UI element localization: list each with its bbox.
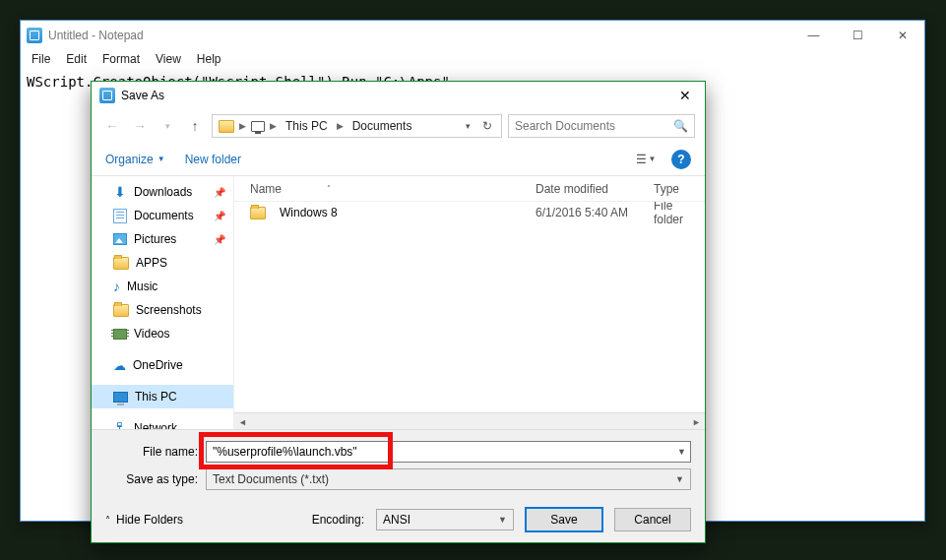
saveas-titlebar[interactable]: Save As ✕ bbox=[92, 82, 705, 109]
new-folder-button[interactable]: New folder bbox=[185, 153, 241, 166]
address-bar[interactable]: ▶ ▶ This PC ▶ Documents ▾ ↻ bbox=[212, 114, 502, 138]
scroll-left-icon[interactable]: ◄ bbox=[234, 413, 251, 430]
breadcrumb-documents[interactable]: Documents bbox=[348, 119, 416, 133]
encoding-label: Encoding: bbox=[312, 513, 364, 527]
search-icon[interactable]: 🔍 bbox=[673, 119, 688, 133]
pin-icon: 📌 bbox=[214, 187, 225, 198]
file-rows[interactable]: Windows 86/1/2016 5:40 AMFile folder bbox=[234, 202, 705, 412]
chevron-right-icon[interactable]: ▶ bbox=[239, 121, 246, 131]
menu-view[interactable]: View bbox=[149, 50, 188, 70]
nav-forward-icon[interactable]: → bbox=[129, 115, 151, 137]
nav-back-icon[interactable]: ← bbox=[101, 115, 123, 137]
saveas-footer: ˄ Hide Folders Encoding: ANSI ▼ Save Can… bbox=[92, 497, 705, 542]
folder-icon bbox=[250, 207, 266, 219]
scroll-track[interactable] bbox=[251, 413, 688, 429]
filetype-combo[interactable]: Text Documents (*.txt) ▼ bbox=[206, 468, 691, 490]
pc-icon bbox=[251, 121, 265, 132]
scroll-right-icon[interactable]: ► bbox=[688, 413, 705, 430]
tree-item-videos[interactable]: Videos bbox=[92, 322, 233, 345]
chevron-right-icon[interactable]: ▶ bbox=[270, 121, 277, 131]
nav-up-icon[interactable]: ↑ bbox=[184, 115, 206, 137]
folder-icon bbox=[113, 257, 129, 270]
view-options-button[interactable]: ☰ ▼ bbox=[628, 149, 663, 170]
pc-icon bbox=[113, 392, 128, 403]
tree-item-onedrive[interactable]: ☁OneDrive bbox=[92, 353, 233, 377]
filename-field[interactable]: ▼ bbox=[206, 441, 691, 463]
encoding-combo[interactable]: ANSI ▼ bbox=[376, 509, 514, 530]
video-icon bbox=[113, 329, 127, 340]
chevron-down-icon: ▼ bbox=[649, 155, 657, 163]
notepad-icon bbox=[27, 28, 42, 43]
folder-tree[interactable]: ⬇Downloads📌Documents📌Pictures📌APPS♪Music… bbox=[92, 176, 233, 429]
pin-icon: 📌 bbox=[214, 211, 225, 221]
save-as-dialog: Save As ✕ ← → ▾ ↑ ▶ ▶ This PC ▶ Document… bbox=[91, 81, 706, 543]
menu-help[interactable]: Help bbox=[190, 50, 228, 70]
encoding-value: ANSI bbox=[383, 513, 410, 527]
column-name[interactable]: Name ˄ bbox=[244, 182, 530, 196]
tree-item-downloads[interactable]: ⬇Downloads📌 bbox=[92, 180, 233, 204]
organize-button[interactable]: Organize ▼ bbox=[105, 153, 165, 166]
tree-item-screenshots[interactable]: Screenshots bbox=[92, 298, 233, 322]
cancel-button[interactable]: Cancel bbox=[614, 508, 691, 531]
horizontal-scrollbar[interactable]: ◄ ► bbox=[234, 412, 705, 429]
search-input[interactable] bbox=[515, 119, 673, 133]
tree-item-this-pc[interactable]: This PC bbox=[92, 385, 233, 408]
chevron-down-icon[interactable]: ▼ bbox=[677, 447, 686, 457]
maximize-button[interactable]: ☐ bbox=[836, 21, 880, 50]
tree-item-label: Videos bbox=[134, 327, 169, 341]
filetype-value: Text Documents (*.txt) bbox=[213, 472, 329, 486]
refresh-icon[interactable]: ↻ bbox=[477, 115, 497, 137]
tree-item-music[interactable]: ♪Music bbox=[92, 275, 233, 298]
file-list-header: Name ˄ Date modified Type bbox=[234, 176, 705, 202]
column-type[interactable]: Type bbox=[648, 182, 705, 196]
documents-icon bbox=[113, 209, 127, 223]
address-dropdown-icon[interactable]: ▾ bbox=[458, 115, 477, 137]
tree-item-label: Music bbox=[127, 280, 158, 293]
search-box[interactable]: 🔍 bbox=[508, 114, 695, 138]
network-icon: 🖧 bbox=[113, 420, 127, 429]
notepad-menubar: File Edit Format View Help bbox=[21, 50, 924, 70]
tree-item-label: Documents bbox=[134, 209, 194, 222]
chevron-up-icon: ˄ bbox=[105, 515, 110, 526]
breadcrumb-this-pc[interactable]: This PC bbox=[282, 119, 332, 133]
organize-label: Organize bbox=[105, 153, 154, 166]
menu-edit[interactable]: Edit bbox=[59, 50, 94, 70]
tree-item-documents[interactable]: Documents📌 bbox=[92, 204, 233, 227]
minimize-button[interactable]: — bbox=[791, 21, 836, 50]
saveas-close-button[interactable]: ✕ bbox=[665, 83, 705, 108]
saveas-navbar: ← → ▾ ↑ ▶ ▶ This PC ▶ Documents ▾ ↻ 🔍 bbox=[92, 109, 705, 143]
tree-item-pictures[interactable]: Pictures📌 bbox=[92, 227, 233, 251]
help-button[interactable]: ? bbox=[671, 150, 691, 169]
nav-recent-icon[interactable]: ▾ bbox=[157, 115, 178, 137]
column-date[interactable]: Date modified bbox=[530, 182, 648, 196]
tree-item-label: This PC bbox=[135, 390, 177, 404]
filename-input[interactable] bbox=[213, 445, 684, 459]
hide-folders-label: Hide Folders bbox=[116, 513, 183, 527]
menu-format[interactable]: Format bbox=[95, 50, 147, 70]
sort-caret-icon: ˄ bbox=[327, 184, 331, 193]
onedrive-icon: ☁ bbox=[113, 358, 126, 373]
file-row[interactable]: Windows 86/1/2016 5:40 AMFile folder bbox=[234, 202, 705, 223]
tree-item-apps[interactable]: APPS bbox=[92, 251, 233, 275]
folder-icon bbox=[219, 120, 234, 133]
view-icon: ☰ bbox=[636, 153, 647, 166]
notepad-titlebar[interactable]: Untitled - Notepad — ☐ ✕ bbox=[21, 21, 924, 50]
file-date: 6/1/2016 5:40 AM bbox=[530, 206, 648, 219]
save-button[interactable]: Save bbox=[526, 508, 602, 531]
chevron-right-icon[interactable]: ▶ bbox=[337, 121, 344, 131]
chevron-down-icon[interactable]: ▼ bbox=[675, 474, 684, 484]
tree-item-network[interactable]: 🖧Network bbox=[92, 416, 233, 429]
file-name: Windows 8 bbox=[280, 206, 338, 219]
music-icon: ♪ bbox=[113, 279, 120, 294]
tree-item-label: APPS bbox=[136, 256, 167, 270]
pictures-icon bbox=[113, 233, 127, 245]
chevron-down-icon[interactable]: ▼ bbox=[498, 515, 507, 525]
tree-item-label: Screenshots bbox=[136, 303, 202, 317]
saveas-toolbar: Organize ▼ New folder ☰ ▼ ? bbox=[92, 143, 705, 176]
close-button[interactable]: ✕ bbox=[880, 21, 924, 50]
menu-file[interactable]: File bbox=[25, 50, 57, 70]
tree-item-label: Network bbox=[134, 421, 177, 429]
file-list: Name ˄ Date modified Type Windows 86/1/2… bbox=[233, 176, 705, 429]
hide-folders-button[interactable]: ˄ Hide Folders bbox=[105, 513, 183, 527]
downloads-icon: ⬇ bbox=[113, 185, 127, 199]
